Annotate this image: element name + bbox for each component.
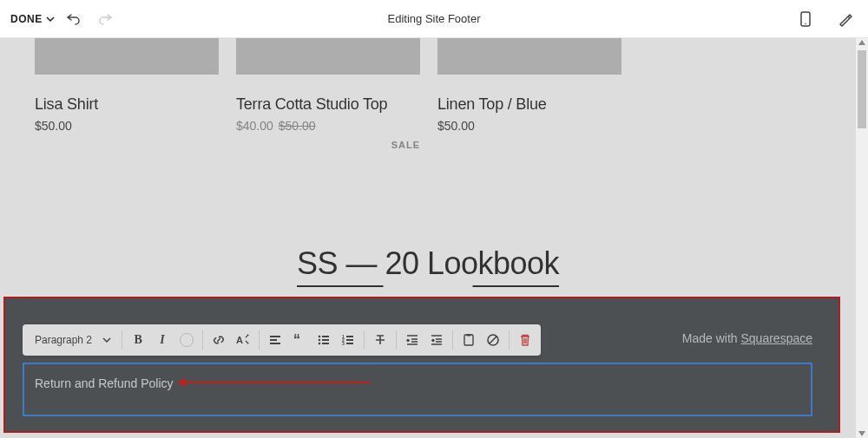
paintbrush-icon [838, 11, 853, 27]
undo-icon [67, 12, 81, 26]
svg-point-4 [319, 336, 321, 338]
product-card[interactable]: Linen Top / Blue $50.00 [437, 38, 621, 150]
strikethrough-button[interactable] [368, 328, 392, 352]
italic-button[interactable]: I [150, 328, 174, 352]
bullet-list-button[interactable] [312, 328, 336, 352]
link-button[interactable] [207, 328, 231, 352]
made-with-credit: Made with Squarespace [682, 331, 812, 345]
redo-icon [98, 12, 112, 26]
chevron-down-icon [102, 336, 111, 344]
done-label: DONE [10, 13, 43, 25]
undo-button[interactable] [62, 7, 86, 31]
svg-rect-11 [467, 334, 471, 337]
paste-button[interactable] [457, 328, 481, 352]
align-button[interactable] [263, 328, 287, 352]
clipboard-icon [462, 333, 476, 347]
product-price: $40.00 $50.00 [236, 119, 420, 133]
text-color-button[interactable] [174, 328, 199, 352]
topbar-title: Editing Site Footer [388, 12, 481, 25]
lookbook-title[interactable]: SS — 20 Lookbook [297, 245, 559, 287]
quote-icon: “ [293, 333, 306, 347]
product-price: $50.00 [437, 119, 621, 133]
footer-text-content: Return and Refund Policy [35, 376, 174, 390]
original-price: $50.00 [279, 119, 316, 133]
footer-text-block[interactable]: Return and Refund Policy [23, 363, 812, 416]
chevron-down-icon [46, 15, 55, 23]
scroll-thumb[interactable] [858, 50, 866, 128]
clear-icon [486, 333, 500, 347]
lookbook-section: SS — 20 Lookbook EDIT PAGE [0, 245, 856, 287]
clear-format-button[interactable] [481, 328, 505, 352]
product-image [236, 38, 420, 75]
text-size-button[interactable]: A [231, 328, 255, 352]
svg-text:3: 3 [342, 341, 345, 346]
strikethrough-icon [373, 333, 387, 347]
squarespace-link[interactable]: Squarespace [740, 331, 812, 345]
separator [259, 330, 260, 350]
text-toolbar: Paragraph 2 B I A “ [23, 324, 541, 356]
style-button[interactable] [833, 7, 858, 31]
product-title: Terra Cotta Studio Top [236, 95, 420, 114]
indent-icon [430, 333, 444, 347]
phone-icon [799, 11, 812, 27]
vertical-scrollbar[interactable] [856, 38, 868, 438]
svg-point-6 [319, 343, 321, 345]
editor-topbar: DONE Editing Site Footer [0, 0, 868, 38]
editor-canvas: Lisa Shirt $50.00 Terra Cotta Studio Top… [0, 38, 868, 438]
numbered-list-button[interactable]: 123 [336, 328, 360, 352]
delete-button[interactable] [513, 328, 537, 352]
separator [452, 330, 453, 350]
annotation-arrow [179, 382, 370, 383]
sale-price: $40.00 [236, 119, 273, 133]
svg-rect-10 [464, 335, 473, 345]
product-title: Lisa Shirt [35, 95, 219, 114]
separator [509, 330, 510, 350]
svg-text:A: A [236, 335, 243, 345]
svg-point-5 [319, 339, 321, 342]
numbered-list-icon: 123 [341, 333, 355, 347]
link-icon [212, 333, 226, 347]
quote-button[interactable]: “ [287, 328, 312, 352]
product-title: Linen Top / Blue [437, 95, 621, 114]
format-label: Paragraph 2 [35, 334, 92, 346]
separator [202, 330, 203, 350]
outdent-button[interactable] [400, 328, 424, 352]
outdent-icon [405, 333, 419, 347]
color-circle-icon [180, 333, 194, 347]
redo-button [93, 7, 117, 31]
format-dropdown[interactable]: Paragraph 2 [26, 334, 118, 346]
product-card[interactable]: Terra Cotta Studio Top $40.00 $50.00 SAL… [236, 38, 420, 150]
footer-editing-area: Paragraph 2 B I A “ [5, 298, 838, 431]
align-left-icon [268, 333, 282, 347]
mobile-preview-button[interactable] [793, 7, 818, 31]
product-grid: Lisa Shirt $50.00 Terra Cotta Studio Top… [0, 38, 856, 150]
svg-point-1 [805, 23, 806, 24]
bullet-list-icon [317, 333, 331, 347]
text-size-icon: A [236, 333, 250, 347]
trash-icon [518, 333, 532, 347]
separator [364, 330, 365, 350]
product-price: $50.00 [35, 119, 219, 133]
done-button[interactable]: DONE [10, 13, 55, 25]
product-image [437, 38, 621, 75]
product-image [35, 38, 219, 75]
separator [122, 330, 122, 350]
sale-badge: SALE [391, 140, 420, 150]
product-card[interactable]: Lisa Shirt $50.00 [35, 38, 219, 150]
indent-button[interactable] [424, 328, 449, 352]
bold-button[interactable]: B [126, 328, 150, 352]
separator [396, 330, 397, 350]
made-with-prefix: Made with [682, 331, 741, 345]
svg-text:“: “ [293, 333, 300, 347]
